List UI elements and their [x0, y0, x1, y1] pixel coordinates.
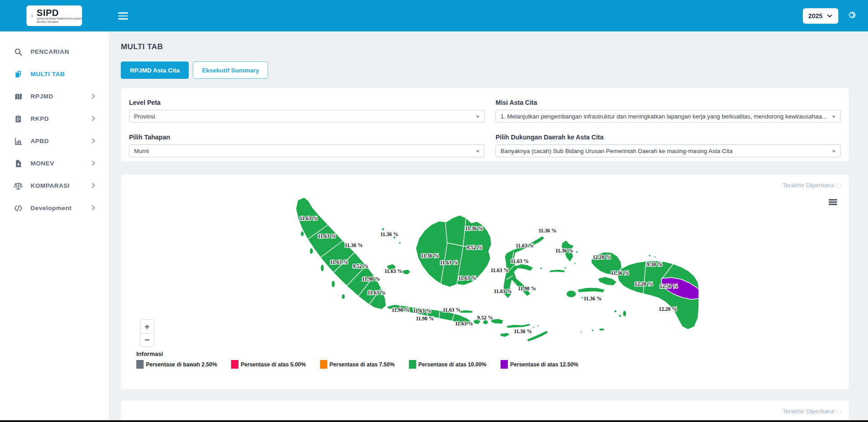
- sidebar-item-pencarian[interactable]: PENCARIAN: [0, 41, 109, 63]
- sidebar-item-rkpd[interactable]: RKPD: [0, 108, 109, 130]
- svg-text:$: $: [17, 162, 20, 166]
- map-value-label: 12.20 %: [659, 306, 677, 312]
- map-value-label: 11.63 %: [413, 308, 431, 314]
- map-region[interactable]: [599, 328, 604, 331]
- sidebar: PENCARIAN MULTI TAB RPJMD RKPD APBD: [0, 31, 109, 422]
- legend-label: Persentase di atas 7.50%: [330, 361, 395, 369]
- sidebar-item-development[interactable]: Development: [0, 197, 109, 219]
- map-region[interactable]: [403, 269, 411, 275]
- chevron-right-icon: [92, 137, 95, 145]
- map-region[interactable]: [592, 329, 594, 332]
- pilih-dukungan-select[interactable]: Banyaknya (cacah) Sub Bidang Urusan Peme…: [496, 144, 841, 157]
- sidebar-item-rpjmd[interactable]: RPJMD: [0, 85, 109, 108]
- map-region[interactable]: [623, 310, 626, 317]
- map-region[interactable]: [540, 268, 542, 270]
- sidebar-item-label: PENCARIAN: [31, 48, 69, 55]
- zoom-in-button[interactable]: +: [140, 320, 154, 333]
- map-value-label: 11.36 %: [380, 232, 398, 237]
- logo-subtitle-1: SISTEM INFORMASI PEMERINTAHAN DAERAH: [36, 18, 82, 21]
- field-misi-asta-cita: Misi Asta Cita 1. Melanjutkan pengembang…: [496, 99, 841, 127]
- legend-label: Persentase di atas 5.00%: [241, 361, 306, 369]
- map-region[interactable]: [564, 267, 567, 269]
- legend-item: Persentase di bawah 2.50%: [136, 360, 217, 369]
- legend-label: Persentase di atas 12.50%: [510, 361, 578, 369]
- map-region[interactable]: [614, 310, 617, 313]
- map-value-label: 11.63 %: [318, 233, 336, 239]
- bottom-panel: Terakhir Diperbarui : -: [121, 401, 849, 422]
- map-value-label: 11.36 %: [465, 226, 483, 231]
- map-value-label: 12.20 %: [635, 281, 653, 287]
- sidebar-item-label: RKPD: [31, 115, 49, 122]
- legend-items: Persentase di bawah 2.50%Persentase di a…: [136, 360, 578, 369]
- map-region[interactable]: [580, 331, 582, 333]
- map-value-label: 11.90 %: [416, 316, 434, 321]
- map-region[interactable]: [581, 297, 584, 299]
- sidebar-item-apbd[interactable]: APBD: [0, 130, 109, 152]
- level-peta-select[interactable]: Provinsi: [129, 110, 485, 123]
- map-region[interactable]: [500, 333, 510, 337]
- legend-swatch: [231, 360, 238, 369]
- select-value: Banyaknya (cacah) Sub Bidang Urusan Peme…: [501, 148, 733, 154]
- pages-icon: [14, 70, 23, 79]
- sidebar-item-label: RPJMD: [31, 93, 53, 100]
- map-region[interactable]: [300, 231, 304, 237]
- sidebar-item-label: MONEV: [31, 160, 54, 167]
- map-region[interactable]: [459, 310, 473, 313]
- map-region[interactable]: [399, 242, 401, 244]
- map-region[interactable]: [576, 251, 578, 253]
- chevron-right-icon: [92, 160, 95, 168]
- page-title: MULTI TAB: [121, 42, 849, 51]
- map-region[interactable]: [320, 264, 324, 272]
- map-region[interactable]: [537, 325, 539, 327]
- clipboard-icon: [14, 114, 23, 124]
- map-value-label: 12.50 %: [660, 283, 678, 289]
- map-region[interactable]: [649, 255, 651, 257]
- map-value-label: 11.90 %: [392, 307, 410, 313]
- sidebar-toggle-hamburger-icon[interactable]: [118, 12, 128, 20]
- map-value-label: 11.36 %: [421, 253, 439, 258]
- map-value-label: 12.20 %: [593, 254, 611, 260]
- pilih-tahapan-select[interactable]: Murni: [129, 144, 485, 157]
- map-region[interactable]: [331, 280, 335, 288]
- main-content: MULTI TAB RPJMD Asta Cita Eksekutif Summ…: [109, 31, 868, 422]
- map-region[interactable]: [310, 248, 313, 254]
- search-icon: [14, 47, 23, 57]
- misi-asta-cita-select[interactable]: 1. Melanjutkan pengembangan infrastruktu…: [496, 110, 841, 123]
- map-region[interactable]: [578, 288, 605, 293]
- zoom-out-button[interactable]: −: [140, 333, 154, 346]
- field-level-peta: Level Peta Provinsi: [129, 99, 485, 127]
- map-value-label: 11.63 %: [458, 275, 476, 281]
- map-value-label: 9.52 %: [353, 263, 369, 269]
- chevron-right-icon: [92, 204, 95, 212]
- filter-panel: Level Peta Provinsi Misi Asta Cita 1. Me…: [121, 88, 849, 161]
- map-region[interactable]: [532, 326, 534, 328]
- sidebar-item-multi-tab[interactable]: MULTI TAB: [0, 63, 109, 85]
- map-region[interactable]: [619, 314, 621, 317]
- map-region[interactable]: [382, 228, 384, 231]
- map-region[interactable]: [506, 324, 531, 328]
- map-value-label: 11.63 %: [516, 243, 534, 248]
- settings-gear-icon[interactable]: [846, 10, 857, 22]
- map-region[interactable]: [574, 262, 576, 264]
- map-region[interactable]: [598, 277, 617, 286]
- tab-eksekutif-summary[interactable]: Eksekutif Summary: [193, 62, 268, 79]
- sidebar-item-komparasi[interactable]: KOMPARASI: [0, 175, 109, 197]
- sidebar-item-label: MULTI TAB: [31, 71, 65, 77]
- map-region[interactable]: [549, 269, 565, 273]
- map-region[interactable]: [566, 290, 576, 298]
- sidebar-item-monev[interactable]: $ MONEV: [0, 152, 109, 175]
- map-value-label: 9.52 %: [467, 245, 483, 250]
- map-region[interactable]: [483, 320, 488, 324]
- sidebar-item-label: Development: [31, 205, 72, 211]
- map-region[interactable]: [654, 256, 656, 258]
- map-region[interactable]: [341, 294, 345, 299]
- year-select-value: 2025: [808, 12, 822, 20]
- year-select[interactable]: 2025: [803, 8, 838, 24]
- app-logo[interactable]: SIPD SISTEM INFORMASI PEMERINTAHAN DAERA…: [26, 5, 82, 26]
- map-panel: Terakhir Diperbarui : -: [121, 175, 849, 389]
- map-value-label: 9.52 %: [477, 315, 493, 320]
- map-icon: [14, 92, 23, 101]
- bar-chart-icon: [14, 137, 23, 146]
- sipd-logo-icon: [31, 10, 33, 22]
- tab-rpjmd-asta-cita[interactable]: RPJMD Asta Cita: [121, 62, 189, 79]
